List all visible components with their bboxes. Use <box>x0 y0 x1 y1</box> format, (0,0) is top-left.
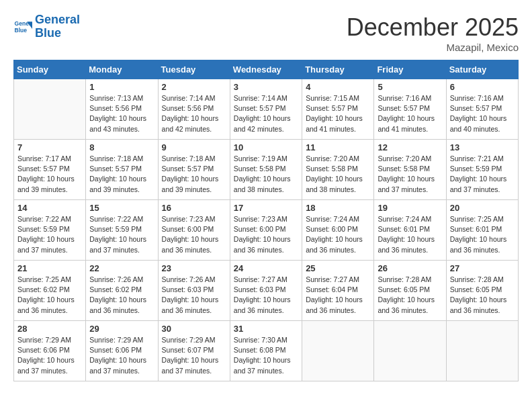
day-info: Sunrise: 7:28 AMSunset: 6:05 PMDaylight:… <box>378 275 442 316</box>
day-number: 26 <box>378 263 442 273</box>
day-number: 30 <box>162 324 226 334</box>
calendar-cell: 20Sunrise: 7:25 AMSunset: 6:01 PMDayligh… <box>446 200 518 261</box>
day-info: Sunrise: 7:29 AMSunset: 6:06 PMDaylight:… <box>89 335 154 376</box>
day-number: 3 <box>234 82 298 92</box>
day-number: 15 <box>89 203 154 213</box>
day-info: Sunrise: 7:27 AMSunset: 6:04 PMDaylight:… <box>306 275 370 316</box>
day-info: Sunrise: 7:18 AMSunset: 5:57 PMDaylight:… <box>162 154 226 195</box>
day-number: 5 <box>378 82 442 92</box>
weekday-header-row: SundayMondayTuesdayWednesdayThursdayFrid… <box>14 60 519 79</box>
day-number: 20 <box>450 203 515 213</box>
calendar-week-2: 7Sunrise: 7:17 AMSunset: 5:57 PMDaylight… <box>14 140 519 200</box>
calendar-cell: 17Sunrise: 7:23 AMSunset: 6:00 PMDayligh… <box>230 200 302 261</box>
calendar-cell: 1Sunrise: 7:13 AMSunset: 5:56 PMDaylight… <box>86 79 158 140</box>
logo: General Blue General Blue <box>13 13 80 40</box>
day-info: Sunrise: 7:14 AMSunset: 5:56 PMDaylight:… <box>162 93 226 134</box>
day-number: 21 <box>17 263 82 273</box>
day-number: 18 <box>306 203 370 213</box>
day-info: Sunrise: 7:28 AMSunset: 6:05 PMDaylight:… <box>450 275 515 316</box>
calendar-cell: 12Sunrise: 7:20 AMSunset: 5:58 PMDayligh… <box>374 140 446 200</box>
day-info: Sunrise: 7:29 AMSunset: 6:06 PMDaylight:… <box>17 335 82 376</box>
day-number: 1 <box>89 82 154 92</box>
calendar-cell: 16Sunrise: 7:23 AMSunset: 6:00 PMDayligh… <box>158 200 230 261</box>
calendar-cell: 7Sunrise: 7:17 AMSunset: 5:57 PMDaylight… <box>14 140 86 200</box>
calendar-cell: 15Sunrise: 7:22 AMSunset: 5:59 PMDayligh… <box>86 200 158 261</box>
day-info: Sunrise: 7:16 AMSunset: 5:57 PMDaylight:… <box>450 93 515 134</box>
day-number: 9 <box>162 142 226 152</box>
calendar-cell <box>374 321 446 381</box>
title-block: December 2025 Mazapil, Mexico <box>347 13 519 53</box>
calendar-cell: 4Sunrise: 7:15 AMSunset: 5:57 PMDaylight… <box>302 79 374 140</box>
calendar-cell: 21Sunrise: 7:25 AMSunset: 6:02 PMDayligh… <box>14 261 86 321</box>
day-info: Sunrise: 7:13 AMSunset: 5:56 PMDaylight:… <box>89 93 154 134</box>
calendar-cell: 11Sunrise: 7:20 AMSunset: 5:58 PMDayligh… <box>302 140 374 200</box>
logo-line2: Blue <box>35 26 61 40</box>
calendar-cell: 18Sunrise: 7:24 AMSunset: 6:00 PMDayligh… <box>302 200 374 261</box>
day-info: Sunrise: 7:14 AMSunset: 5:57 PMDaylight:… <box>234 93 298 134</box>
day-info: Sunrise: 7:29 AMSunset: 6:07 PMDaylight:… <box>162 335 226 376</box>
calendar-cell: 26Sunrise: 7:28 AMSunset: 6:05 PMDayligh… <box>374 261 446 321</box>
calendar-table: SundayMondayTuesdayWednesdayThursdayFrid… <box>13 60 519 381</box>
weekday-header-sunday: Sunday <box>14 60 86 79</box>
day-number: 22 <box>89 263 154 273</box>
location-subtitle: Mazapil, Mexico <box>347 42 519 53</box>
day-info: Sunrise: 7:20 AMSunset: 5:58 PMDaylight:… <box>378 154 442 195</box>
calendar-cell: 27Sunrise: 7:28 AMSunset: 6:05 PMDayligh… <box>446 261 518 321</box>
day-info: Sunrise: 7:25 AMSunset: 6:01 PMDaylight:… <box>450 214 515 255</box>
day-number: 4 <box>306 82 370 92</box>
calendar-week-3: 14Sunrise: 7:22 AMSunset: 5:59 PMDayligh… <box>14 200 519 261</box>
day-info: Sunrise: 7:24 AMSunset: 6:00 PMDaylight:… <box>306 214 370 255</box>
weekday-header-wednesday: Wednesday <box>230 60 302 79</box>
calendar-cell <box>446 321 518 381</box>
svg-text:Blue: Blue <box>15 27 28 34</box>
day-number: 2 <box>162 82 226 92</box>
calendar-cell: 31Sunrise: 7:30 AMSunset: 6:08 PMDayligh… <box>230 321 302 381</box>
day-info: Sunrise: 7:16 AMSunset: 5:57 PMDaylight:… <box>378 93 442 134</box>
calendar-week-1: 1Sunrise: 7:13 AMSunset: 5:56 PMDaylight… <box>14 79 519 140</box>
calendar-cell: 10Sunrise: 7:19 AMSunset: 5:58 PMDayligh… <box>230 140 302 200</box>
day-number: 28 <box>17 324 82 334</box>
day-info: Sunrise: 7:18 AMSunset: 5:57 PMDaylight:… <box>89 154 154 195</box>
day-number: 8 <box>89 142 154 152</box>
day-info: Sunrise: 7:30 AMSunset: 6:08 PMDaylight:… <box>234 335 298 376</box>
calendar-cell: 29Sunrise: 7:29 AMSunset: 6:06 PMDayligh… <box>86 321 158 381</box>
logo-line1: General <box>35 13 80 26</box>
day-number: 24 <box>234 263 298 273</box>
calendar-cell <box>14 79 86 140</box>
day-number: 27 <box>450 263 515 273</box>
day-info: Sunrise: 7:26 AMSunset: 6:02 PMDaylight:… <box>89 275 154 316</box>
calendar-cell: 13Sunrise: 7:21 AMSunset: 5:59 PMDayligh… <box>446 140 518 200</box>
day-number: 25 <box>306 263 370 273</box>
weekday-header-friday: Friday <box>374 60 446 79</box>
weekday-header-tuesday: Tuesday <box>158 60 230 79</box>
weekday-header-thursday: Thursday <box>302 60 374 79</box>
month-year-title: December 2025 <box>347 13 519 42</box>
calendar-cell: 8Sunrise: 7:18 AMSunset: 5:57 PMDaylight… <box>86 140 158 200</box>
day-number: 10 <box>234 142 298 152</box>
calendar-cell: 9Sunrise: 7:18 AMSunset: 5:57 PMDaylight… <box>158 140 230 200</box>
calendar-cell: 22Sunrise: 7:26 AMSunset: 6:02 PMDayligh… <box>86 261 158 321</box>
calendar-body: 1Sunrise: 7:13 AMSunset: 5:56 PMDaylight… <box>14 79 519 381</box>
day-number: 29 <box>89 324 154 334</box>
calendar-week-5: 28Sunrise: 7:29 AMSunset: 6:06 PMDayligh… <box>14 321 519 381</box>
calendar-week-4: 21Sunrise: 7:25 AMSunset: 6:02 PMDayligh… <box>14 261 519 321</box>
weekday-header-saturday: Saturday <box>446 60 518 79</box>
day-number: 19 <box>378 203 442 213</box>
calendar-cell <box>302 321 374 381</box>
day-info: Sunrise: 7:27 AMSunset: 6:03 PMDaylight:… <box>234 275 298 316</box>
calendar-cell: 19Sunrise: 7:24 AMSunset: 6:01 PMDayligh… <box>374 200 446 261</box>
day-info: Sunrise: 7:19 AMSunset: 5:58 PMDaylight:… <box>234 154 298 195</box>
calendar-cell: 5Sunrise: 7:16 AMSunset: 5:57 PMDaylight… <box>374 79 446 140</box>
day-info: Sunrise: 7:26 AMSunset: 6:03 PMDaylight:… <box>162 275 226 316</box>
day-info: Sunrise: 7:22 AMSunset: 5:59 PMDaylight:… <box>89 214 154 255</box>
day-info: Sunrise: 7:25 AMSunset: 6:02 PMDaylight:… <box>17 275 82 316</box>
day-number: 13 <box>450 142 515 152</box>
day-number: 7 <box>17 142 82 152</box>
day-info: Sunrise: 7:20 AMSunset: 5:58 PMDaylight:… <box>306 154 370 195</box>
day-number: 16 <box>162 203 226 213</box>
calendar-cell: 2Sunrise: 7:14 AMSunset: 5:56 PMDaylight… <box>158 79 230 140</box>
calendar-cell: 28Sunrise: 7:29 AMSunset: 6:06 PMDayligh… <box>14 321 86 381</box>
weekday-header-monday: Monday <box>86 60 158 79</box>
day-info: Sunrise: 7:22 AMSunset: 5:59 PMDaylight:… <box>17 214 82 255</box>
day-info: Sunrise: 7:15 AMSunset: 5:57 PMDaylight:… <box>306 93 370 134</box>
